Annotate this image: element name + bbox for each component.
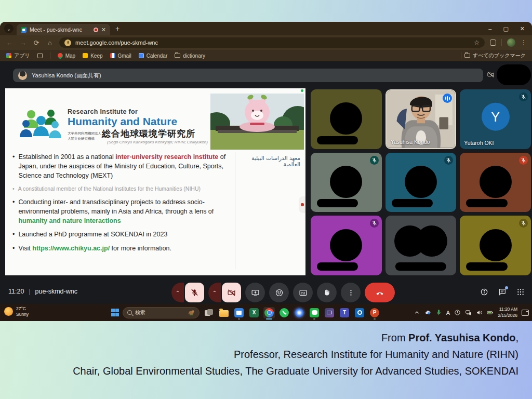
tab-search-icon[interactable]: ⌄	[4, 24, 14, 33]
search-placeholder: 検索	[135, 309, 184, 316]
all-bookmarks-button[interactable]: すべてのブックマーク	[464, 52, 526, 59]
caption-line-2: Professor, Research Institute for Humani…	[5, 346, 518, 363]
avatar-redacted	[330, 102, 362, 135]
participant-tile-redacted-7[interactable]	[460, 216, 531, 275]
home-icon[interactable]: ⌂	[46, 39, 54, 47]
participant-tile-redacted-1[interactable]	[311, 89, 382, 149]
camera-options-chevron[interactable]: ⌃	[208, 283, 221, 302]
mic-off-icon	[519, 156, 528, 165]
reload-icon[interactable]: ⟳	[32, 39, 41, 47]
task-view-icon[interactable]	[203, 307, 215, 318]
camera-control: ⌃	[208, 283, 241, 302]
bookmark-star-icon[interactable]: ☆	[474, 39, 480, 46]
participant-tile-redacted-3[interactable]	[385, 153, 457, 212]
bookmark-calendar[interactable]: Calendar	[139, 53, 168, 59]
participant-tile-redacted-5[interactable]	[311, 216, 382, 275]
new-tab-button[interactable]: +	[115, 24, 119, 33]
grid-icon	[37, 53, 43, 58]
clock-tray-icon[interactable]	[454, 309, 461, 316]
meet-controls-bar: 11:20 | pue-skmd-wnc ⌃ ⌃	[0, 282, 532, 303]
line-icon[interactable]	[309, 307, 320, 318]
tray-overflow-chevron[interactable]	[414, 309, 420, 316]
meeting-details-icon[interactable]	[480, 288, 488, 296]
start-button[interactable]	[111, 309, 119, 316]
apps-grid-icon[interactable]	[516, 288, 525, 296]
weather-widget[interactable]: 27°C Sunny	[4, 306, 29, 317]
notification-icon[interactable]	[522, 310, 529, 316]
avatar-redacted	[480, 166, 512, 198]
browser-tab[interactable]: Meet - pue-skmd-wnc ✕	[17, 24, 110, 35]
whatsapp-icon[interactable]	[278, 307, 290, 318]
participant-name: Yutaroh OKI	[464, 140, 494, 146]
volume-icon[interactable]	[476, 309, 483, 316]
mic-in-use-icon[interactable]	[64, 39, 71, 46]
camera-off-button[interactable]	[222, 283, 241, 302]
reaction-overlay-tab[interactable]	[299, 196, 305, 213]
wallet-icon[interactable]	[324, 307, 335, 318]
captions-button[interactable]	[293, 283, 313, 302]
window-maximize-button[interactable]: ▢	[503, 22, 508, 35]
bookmark-gmail[interactable]: Gmail	[110, 53, 131, 59]
chikyu-link[interactable]: https://www.chikyu.ac.jp/	[32, 245, 110, 252]
presenter-banner[interactable]: Yasuhisa Kondo (画面共有)	[13, 69, 483, 82]
tab-close-icon[interactable]: ✕	[101, 27, 106, 33]
folder-icon	[464, 54, 470, 58]
name-redacted	[317, 136, 358, 144]
window-close-button[interactable]: ✕	[520, 22, 525, 35]
avatar-redacted	[330, 229, 362, 261]
participant-grid: Yasuhisa Kondo Y Yutaroh OKI	[311, 89, 531, 275]
chat-icon[interactable]	[498, 288, 507, 296]
file-explorer-icon[interactable]	[218, 307, 230, 318]
bookmark-dictionary-folder[interactable]: dictionary	[175, 53, 205, 59]
mic-off-button[interactable]	[185, 283, 204, 302]
search-highlight-bird-icon	[188, 310, 195, 316]
extensions-icon[interactable]	[490, 39, 496, 46]
tab-strip: ⌄ Meet - pue-skmd-wnc ✕ + – ▢ ✕	[0, 22, 532, 35]
ime-indicator[interactable]: A	[446, 310, 450, 316]
store-icon[interactable]	[233, 307, 245, 318]
address-bar[interactable]: meet.google.com/pue-skmd-wnc ☆	[59, 37, 485, 48]
powerpoint-icon[interactable]: P	[369, 307, 380, 318]
copilot-icon[interactable]	[294, 307, 305, 318]
share-indicator-dot	[301, 89, 303, 92]
outlook-icon[interactable]	[354, 307, 365, 318]
reactions-button[interactable]	[269, 283, 289, 302]
window-minimize-button[interactable]: –	[488, 22, 491, 35]
participant-tile-redacted-4[interactable]	[460, 153, 531, 212]
taskbar-clock[interactable]: 11:20 AM 2/15/2026	[498, 307, 517, 318]
participant-tile-yutaroh-oki[interactable]: Y Yutaroh OKI	[460, 89, 531, 149]
org-name-romaji: (Sōgō Chikyū Kankōgaku Kenkyūjo; RIHN; C…	[107, 140, 208, 144]
profile-avatar[interactable]	[507, 38, 515, 47]
teams-icon[interactable]: T	[339, 307, 350, 318]
browser-menu-icon[interactable]: ⋮	[521, 39, 527, 46]
bookmark-keep[interactable]: Keep	[83, 53, 102, 59]
chrome-icon[interactable]	[263, 307, 275, 318]
mic-off-icon	[444, 156, 453, 165]
onedrive-icon[interactable]	[424, 309, 431, 316]
forward-icon[interactable]: →	[19, 39, 27, 47]
bookmark-apps[interactable]: アプリ	[6, 52, 30, 59]
shared-slide: Research Institute for Humanity and Natu…	[5, 88, 305, 275]
taskbar-search[interactable]: 検索	[123, 307, 200, 318]
participant-tile-yasuhisa-kondo[interactable]: Yasuhisa Kondo	[385, 89, 457, 149]
back-icon[interactable]: ←	[5, 39, 14, 47]
present-button[interactable]	[245, 283, 265, 302]
mic-options-chevron[interactable]: ⌃	[171, 283, 184, 302]
bookmark-map[interactable]: Map	[58, 53, 75, 59]
gmail-icon	[110, 53, 115, 58]
excel-icon[interactable]: X	[248, 307, 260, 318]
battery-icon[interactable]	[487, 309, 494, 316]
mic-active-icon[interactable]	[435, 309, 442, 316]
network-icon[interactable]	[465, 309, 472, 316]
participant-tile-redacted-2[interactable]	[311, 153, 382, 212]
bookmark-grid-shortcut[interactable]	[37, 53, 43, 58]
name-redacted	[392, 199, 433, 207]
participant-tile-redacted-6[interactable]	[385, 216, 457, 275]
mascot-photo	[210, 94, 304, 150]
more-options-button[interactable]	[341, 283, 361, 302]
name-redacted	[317, 199, 358, 207]
folder-icon	[175, 54, 180, 58]
end-call-button[interactable]	[365, 283, 395, 302]
bullet-phd: •Launched a PhD programme at SOKENDAI in…	[12, 230, 231, 240]
raise-hand-button[interactable]	[317, 283, 337, 302]
